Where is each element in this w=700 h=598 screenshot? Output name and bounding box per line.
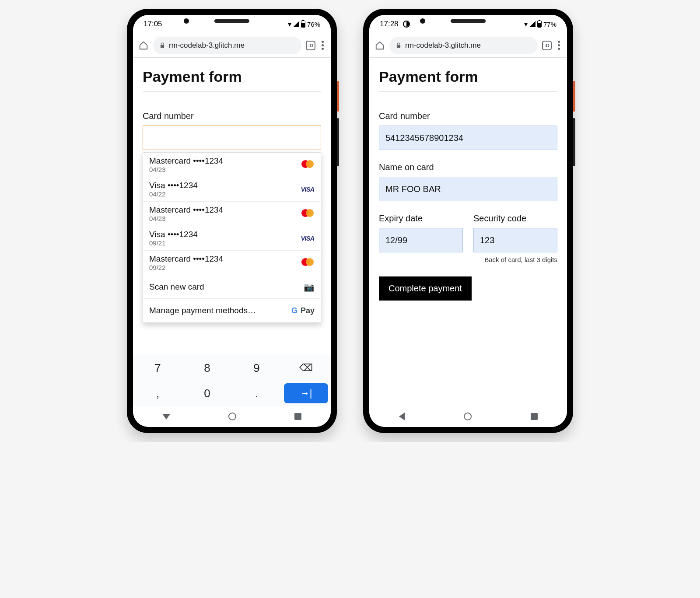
autofill-card-item[interactable]: Mastercard ••••123404/23 bbox=[143, 153, 321, 177]
card-number-label: Card number bbox=[379, 111, 557, 121]
wifi-icon: ▾ bbox=[524, 20, 528, 28]
security-code-label: Security code bbox=[473, 213, 557, 224]
mastercard-icon bbox=[301, 160, 314, 168]
nav-recent-icon[interactable] bbox=[531, 413, 538, 420]
android-navbar bbox=[369, 406, 567, 427]
page-content: Payment form Card number Mastercard ••••… bbox=[133, 58, 331, 355]
address-bar[interactable]: rm-codelab-3.glitch.me bbox=[153, 37, 301, 54]
status-bar: 17:05 ▾ 76% bbox=[133, 15, 331, 33]
menu-icon[interactable] bbox=[556, 41, 562, 50]
key-8[interactable]: 8 bbox=[182, 355, 232, 381]
battery-percentage: 77% bbox=[543, 21, 556, 28]
url-text: rm-codelab-3.glitch.me bbox=[405, 41, 481, 50]
card-expiry: 09/22 bbox=[149, 264, 223, 271]
phone-right: 17:28 ▾ 77% rm-codelab-3.glitch.me :D Pa… bbox=[363, 9, 573, 433]
numeric-keyboard: 789⌫,0.→| bbox=[133, 355, 331, 406]
battery-icon bbox=[301, 21, 305, 28]
volume-button bbox=[573, 118, 575, 166]
autofill-card-item[interactable]: Visa ••••123404/22VISA bbox=[143, 177, 321, 202]
nav-back-icon[interactable] bbox=[399, 413, 405, 420]
visa-icon: VISA bbox=[301, 235, 315, 242]
volume-button bbox=[337, 118, 339, 166]
card-expiry: 04/23 bbox=[149, 166, 223, 173]
screen: 17:05 ▾ 76% rm-codelab-3.glitch.me :D Pa… bbox=[133, 15, 331, 427]
battery-icon bbox=[537, 21, 542, 28]
power-button bbox=[573, 81, 575, 112]
key-0[interactable]: 0 bbox=[182, 381, 232, 406]
page-content: Payment form Card number Name on card Ex… bbox=[369, 58, 567, 406]
card-expiry: 09/21 bbox=[149, 239, 198, 247]
home-icon[interactable] bbox=[138, 40, 149, 51]
menu-icon[interactable] bbox=[320, 41, 326, 50]
tabs-icon[interactable]: :D bbox=[306, 41, 315, 50]
home-icon[interactable] bbox=[374, 40, 385, 51]
security-code-input[interactable] bbox=[473, 228, 557, 252]
nav-home-icon[interactable] bbox=[228, 413, 236, 420]
mastercard-icon bbox=[301, 209, 314, 217]
page-title: Payment form bbox=[143, 68, 321, 92]
card-brand-mask: Mastercard ••••1234 bbox=[149, 254, 223, 264]
security-code-hint: Back of card, last 3 digits bbox=[379, 256, 557, 263]
signal-icon bbox=[293, 21, 299, 27]
tabs-icon[interactable]: :D bbox=[542, 41, 552, 50]
key-,[interactable]: , bbox=[133, 381, 182, 406]
autofill-card-item[interactable]: Mastercard ••••123409/22 bbox=[143, 251, 321, 275]
visa-icon: VISA bbox=[301, 186, 315, 193]
battery-percentage: 76% bbox=[307, 21, 320, 28]
name-on-card-input[interactable] bbox=[379, 177, 557, 201]
mastercard-icon bbox=[301, 258, 314, 266]
screen: 17:28 ▾ 77% rm-codelab-3.glitch.me :D Pa… bbox=[369, 15, 567, 427]
card-brand-mask: Visa ••••1234 bbox=[149, 181, 198, 190]
page-title: Payment form bbox=[379, 68, 557, 92]
complete-payment-button[interactable]: Complete payment bbox=[379, 276, 472, 301]
manage-label: Manage payment methods… bbox=[149, 306, 256, 315]
browser-toolbar: rm-codelab-3.glitch.me :D bbox=[133, 33, 331, 58]
autofill-dropdown: Mastercard ••••123404/23Visa ••••123404/… bbox=[143, 152, 321, 323]
signal-icon bbox=[529, 21, 536, 27]
card-brand-mask: Mastercard ••••1234 bbox=[149, 156, 223, 166]
card-number-input[interactable] bbox=[379, 126, 557, 150]
expiry-input[interactable] bbox=[379, 228, 463, 252]
card-brand-mask: Mastercard ••••1234 bbox=[149, 205, 223, 215]
data-saver-icon bbox=[403, 21, 410, 28]
key-.[interactable]: . bbox=[232, 381, 281, 406]
nav-back-icon[interactable] bbox=[162, 414, 170, 420]
wifi-icon: ▾ bbox=[288, 20, 291, 28]
android-navbar bbox=[133, 406, 331, 427]
key-backspace[interactable]: ⌫ bbox=[281, 355, 331, 381]
lock-icon bbox=[396, 42, 402, 49]
card-expiry: 04/23 bbox=[149, 215, 223, 222]
key-7[interactable]: 7 bbox=[133, 355, 182, 381]
nav-home-icon[interactable] bbox=[464, 413, 472, 420]
key-go[interactable]: →| bbox=[284, 383, 328, 403]
power-button bbox=[337, 81, 339, 112]
autofill-card-item[interactable]: Mastercard ••••123404/23 bbox=[143, 202, 321, 226]
nav-recent-icon[interactable] bbox=[294, 413, 301, 420]
clock: 17:05 bbox=[144, 20, 162, 28]
address-bar[interactable]: rm-codelab-3.glitch.me bbox=[389, 37, 538, 54]
expiry-label: Expiry date bbox=[379, 213, 463, 224]
url-text: rm-codelab-3.glitch.me bbox=[169, 41, 245, 50]
key-9[interactable]: 9 bbox=[232, 355, 281, 381]
phone-left: 17:05 ▾ 76% rm-codelab-3.glitch.me :D Pa… bbox=[127, 9, 337, 433]
gpay-icon: G Pay bbox=[291, 306, 315, 315]
scan-label: Scan new card bbox=[149, 282, 204, 292]
scan-new-card[interactable]: Scan new card📷 bbox=[143, 275, 321, 299]
name-on-card-label: Name on card bbox=[379, 162, 557, 172]
status-bar: 17:28 ▾ 77% bbox=[369, 15, 567, 33]
camera-icon: 📷 bbox=[304, 282, 315, 292]
browser-toolbar: rm-codelab-3.glitch.me :D bbox=[369, 33, 567, 58]
lock-icon bbox=[159, 42, 165, 49]
card-brand-mask: Visa ••••1234 bbox=[149, 230, 198, 239]
card-number-input[interactable] bbox=[143, 126, 321, 150]
manage-payment-methods[interactable]: Manage payment methods…G Pay bbox=[143, 299, 321, 322]
card-number-label: Card number bbox=[143, 111, 321, 121]
card-expiry: 04/22 bbox=[149, 190, 198, 198]
clock: 17:28 bbox=[380, 20, 399, 28]
autofill-card-item[interactable]: Visa ••••123409/21VISA bbox=[143, 226, 321, 251]
